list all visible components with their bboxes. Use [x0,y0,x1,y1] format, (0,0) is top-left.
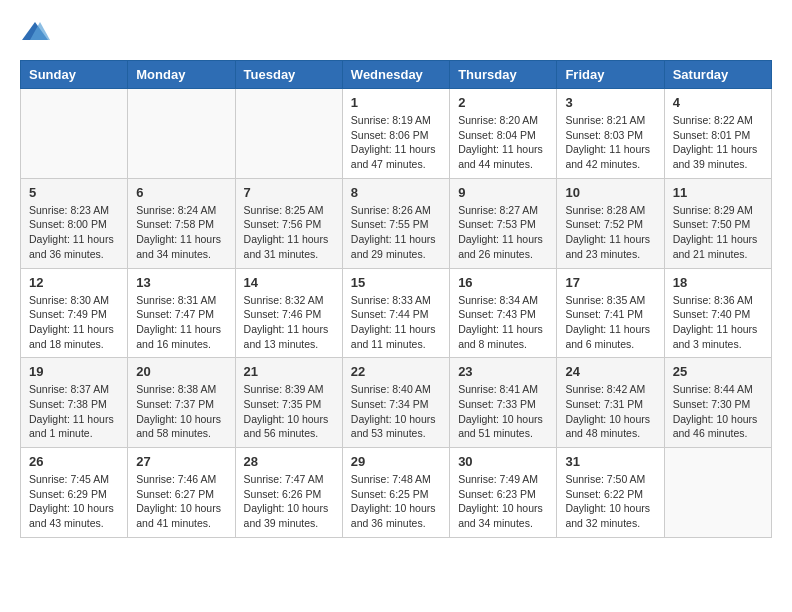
day-cell: 10Sunrise: 8:28 AM Sunset: 7:52 PM Dayli… [557,178,664,268]
day-number: 2 [458,95,548,110]
day-number: 7 [244,185,334,200]
day-info: Sunrise: 7:50 AM Sunset: 6:22 PM Dayligh… [565,472,655,531]
day-cell: 29Sunrise: 7:48 AM Sunset: 6:25 PM Dayli… [342,448,449,538]
day-cell: 19Sunrise: 8:37 AM Sunset: 7:38 PM Dayli… [21,358,128,448]
day-cell: 9Sunrise: 8:27 AM Sunset: 7:53 PM Daylig… [450,178,557,268]
day-cell: 26Sunrise: 7:45 AM Sunset: 6:29 PM Dayli… [21,448,128,538]
week-row-3: 12Sunrise: 8:30 AM Sunset: 7:49 PM Dayli… [21,268,772,358]
day-cell: 31Sunrise: 7:50 AM Sunset: 6:22 PM Dayli… [557,448,664,538]
day-cell: 27Sunrise: 7:46 AM Sunset: 6:27 PM Dayli… [128,448,235,538]
day-number: 15 [351,275,441,290]
weekday-saturday: Saturday [664,61,771,89]
day-info: Sunrise: 8:22 AM Sunset: 8:01 PM Dayligh… [673,113,763,172]
week-row-4: 19Sunrise: 8:37 AM Sunset: 7:38 PM Dayli… [21,358,772,448]
day-info: Sunrise: 8:20 AM Sunset: 8:04 PM Dayligh… [458,113,548,172]
day-cell: 21Sunrise: 8:39 AM Sunset: 7:35 PM Dayli… [235,358,342,448]
day-info: Sunrise: 8:30 AM Sunset: 7:49 PM Dayligh… [29,293,119,352]
day-info: Sunrise: 8:25 AM Sunset: 7:56 PM Dayligh… [244,203,334,262]
day-number: 6 [136,185,226,200]
day-cell: 30Sunrise: 7:49 AM Sunset: 6:23 PM Dayli… [450,448,557,538]
weekday-friday: Friday [557,61,664,89]
day-number: 14 [244,275,334,290]
day-cell: 22Sunrise: 8:40 AM Sunset: 7:34 PM Dayli… [342,358,449,448]
day-number: 11 [673,185,763,200]
day-number: 31 [565,454,655,469]
day-info: Sunrise: 7:47 AM Sunset: 6:26 PM Dayligh… [244,472,334,531]
day-number: 23 [458,364,548,379]
day-info: Sunrise: 8:38 AM Sunset: 7:37 PM Dayligh… [136,382,226,441]
calendar-body: 1Sunrise: 8:19 AM Sunset: 8:06 PM Daylig… [21,89,772,538]
day-cell: 17Sunrise: 8:35 AM Sunset: 7:41 PM Dayli… [557,268,664,358]
day-number: 4 [673,95,763,110]
day-cell: 16Sunrise: 8:34 AM Sunset: 7:43 PM Dayli… [450,268,557,358]
day-cell [235,89,342,179]
weekday-wednesday: Wednesday [342,61,449,89]
day-cell: 24Sunrise: 8:42 AM Sunset: 7:31 PM Dayli… [557,358,664,448]
day-info: Sunrise: 8:36 AM Sunset: 7:40 PM Dayligh… [673,293,763,352]
day-number: 27 [136,454,226,469]
day-number: 12 [29,275,119,290]
weekday-tuesday: Tuesday [235,61,342,89]
calendar-table: SundayMondayTuesdayWednesdayThursdayFrid… [20,60,772,538]
day-number: 26 [29,454,119,469]
day-number: 30 [458,454,548,469]
day-number: 5 [29,185,119,200]
day-number: 25 [673,364,763,379]
day-number: 3 [565,95,655,110]
day-cell: 12Sunrise: 8:30 AM Sunset: 7:49 PM Dayli… [21,268,128,358]
day-cell [21,89,128,179]
weekday-thursday: Thursday [450,61,557,89]
week-row-2: 5Sunrise: 8:23 AM Sunset: 8:00 PM Daylig… [21,178,772,268]
day-cell: 5Sunrise: 8:23 AM Sunset: 8:00 PM Daylig… [21,178,128,268]
day-info: Sunrise: 8:23 AM Sunset: 8:00 PM Dayligh… [29,203,119,262]
day-info: Sunrise: 8:40 AM Sunset: 7:34 PM Dayligh… [351,382,441,441]
day-cell: 8Sunrise: 8:26 AM Sunset: 7:55 PM Daylig… [342,178,449,268]
day-number: 9 [458,185,548,200]
day-info: Sunrise: 8:21 AM Sunset: 8:03 PM Dayligh… [565,113,655,172]
day-number: 13 [136,275,226,290]
day-info: Sunrise: 8:24 AM Sunset: 7:58 PM Dayligh… [136,203,226,262]
day-info: Sunrise: 8:26 AM Sunset: 7:55 PM Dayligh… [351,203,441,262]
day-number: 21 [244,364,334,379]
day-number: 10 [565,185,655,200]
day-cell: 28Sunrise: 7:47 AM Sunset: 6:26 PM Dayli… [235,448,342,538]
weekday-header-row: SundayMondayTuesdayWednesdayThursdayFrid… [21,61,772,89]
day-number: 8 [351,185,441,200]
day-info: Sunrise: 8:32 AM Sunset: 7:46 PM Dayligh… [244,293,334,352]
day-cell: 3Sunrise: 8:21 AM Sunset: 8:03 PM Daylig… [557,89,664,179]
day-cell: 23Sunrise: 8:41 AM Sunset: 7:33 PM Dayli… [450,358,557,448]
day-number: 28 [244,454,334,469]
day-cell: 6Sunrise: 8:24 AM Sunset: 7:58 PM Daylig… [128,178,235,268]
day-cell: 20Sunrise: 8:38 AM Sunset: 7:37 PM Dayli… [128,358,235,448]
day-info: Sunrise: 8:34 AM Sunset: 7:43 PM Dayligh… [458,293,548,352]
day-number: 24 [565,364,655,379]
logo [20,20,54,44]
day-info: Sunrise: 8:29 AM Sunset: 7:50 PM Dayligh… [673,203,763,262]
day-cell: 25Sunrise: 8:44 AM Sunset: 7:30 PM Dayli… [664,358,771,448]
day-cell [664,448,771,538]
day-info: Sunrise: 8:37 AM Sunset: 7:38 PM Dayligh… [29,382,119,441]
day-info: Sunrise: 8:39 AM Sunset: 7:35 PM Dayligh… [244,382,334,441]
week-row-1: 1Sunrise: 8:19 AM Sunset: 8:06 PM Daylig… [21,89,772,179]
day-info: Sunrise: 7:48 AM Sunset: 6:25 PM Dayligh… [351,472,441,531]
day-info: Sunrise: 7:46 AM Sunset: 6:27 PM Dayligh… [136,472,226,531]
day-number: 16 [458,275,548,290]
page-header [20,20,772,44]
day-cell: 2Sunrise: 8:20 AM Sunset: 8:04 PM Daylig… [450,89,557,179]
day-info: Sunrise: 7:45 AM Sunset: 6:29 PM Dayligh… [29,472,119,531]
day-info: Sunrise: 8:28 AM Sunset: 7:52 PM Dayligh… [565,203,655,262]
day-info: Sunrise: 8:33 AM Sunset: 7:44 PM Dayligh… [351,293,441,352]
day-cell: 14Sunrise: 8:32 AM Sunset: 7:46 PM Dayli… [235,268,342,358]
day-info: Sunrise: 8:19 AM Sunset: 8:06 PM Dayligh… [351,113,441,172]
day-cell: 4Sunrise: 8:22 AM Sunset: 8:01 PM Daylig… [664,89,771,179]
day-info: Sunrise: 8:44 AM Sunset: 7:30 PM Dayligh… [673,382,763,441]
day-number: 1 [351,95,441,110]
day-info: Sunrise: 8:35 AM Sunset: 7:41 PM Dayligh… [565,293,655,352]
day-info: Sunrise: 8:41 AM Sunset: 7:33 PM Dayligh… [458,382,548,441]
day-cell [128,89,235,179]
day-cell: 18Sunrise: 8:36 AM Sunset: 7:40 PM Dayli… [664,268,771,358]
day-number: 20 [136,364,226,379]
day-info: Sunrise: 8:31 AM Sunset: 7:47 PM Dayligh… [136,293,226,352]
day-cell: 13Sunrise: 8:31 AM Sunset: 7:47 PM Dayli… [128,268,235,358]
day-number: 17 [565,275,655,290]
